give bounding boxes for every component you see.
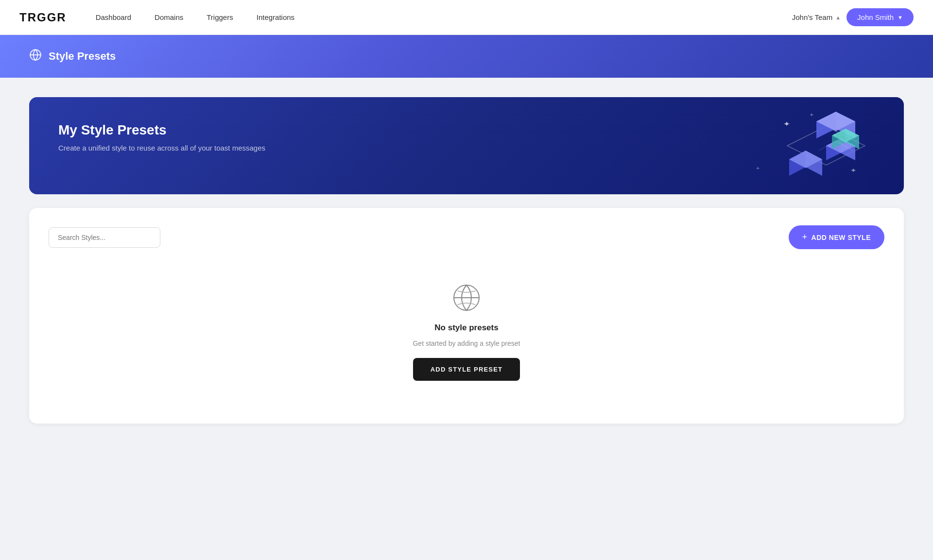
hero-illustration: [739, 102, 875, 189]
navbar: TRGGR Dashboard Domains Triggers Integra…: [0, 0, 933, 35]
empty-state: No style presets Get started by adding a…: [49, 272, 884, 400]
nav-integrations[interactable]: Integrations: [257, 13, 294, 21]
hero-card: ✦ + + + ✦ My Style Presets Create a unif…: [29, 97, 904, 194]
add-style-preset-label: ADD STYLE PRESET: [431, 366, 503, 373]
hero-subtitle: Create a unified style to reuse across a…: [58, 144, 350, 152]
nav-dashboard[interactable]: Dashboard: [96, 13, 131, 21]
nav-links: Dashboard Domains Triggers Integrations: [96, 13, 792, 21]
add-style-preset-button[interactable]: ADD STYLE PRESET: [413, 358, 520, 381]
user-name-label: John Smith: [857, 13, 894, 21]
nav-domains[interactable]: Domains: [155, 13, 183, 21]
plus-icon: +: [802, 232, 808, 242]
team-selector[interactable]: John's Team ▲: [792, 13, 841, 21]
nav-right: John's Team ▲ John Smith ▼: [792, 8, 914, 26]
hero-title: My Style Presets: [58, 122, 350, 138]
nav-triggers[interactable]: Triggers: [207, 13, 233, 21]
user-menu-button[interactable]: John Smith ▼: [847, 8, 914, 26]
hero-text: My Style Presets Create a unified style …: [58, 122, 350, 152]
page-header-globe-icon: [29, 49, 42, 64]
main-content: ✦ + + + ✦ My Style Presets Create a unif…: [0, 78, 933, 443]
empty-title: No style presets: [434, 323, 498, 333]
user-chevron-icon: ▼: [898, 15, 903, 20]
search-input[interactable]: [49, 227, 160, 248]
add-new-style-label: ADD NEW STYLE: [812, 234, 871, 241]
brand-logo: TRGGR: [19, 11, 67, 24]
page-header: Style Presets: [0, 35, 933, 78]
styles-panel: + ADD NEW STYLE No style presets Get sta…: [29, 208, 904, 424]
team-chevron-icon: ▲: [835, 15, 841, 20]
empty-subtitle: Get started by adding a style preset: [413, 339, 520, 347]
empty-globe-icon: [451, 282, 482, 313]
page-title: Style Presets: [49, 50, 116, 63]
add-new-style-button[interactable]: + ADD NEW STYLE: [789, 225, 884, 249]
team-name: John's Team: [792, 13, 832, 21]
styles-toolbar: + ADD NEW STYLE: [49, 225, 884, 249]
